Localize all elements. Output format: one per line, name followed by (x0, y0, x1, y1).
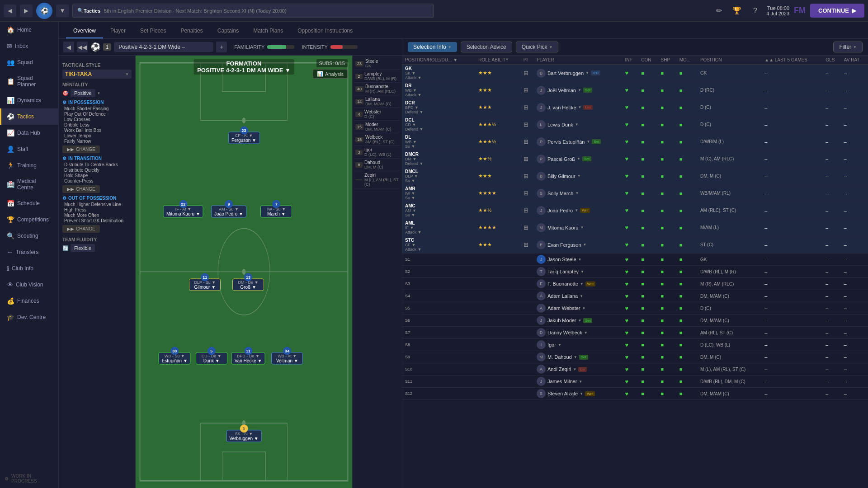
sub-lamptey[interactable]: 2 Lamptey D/WB (RL), M (R) (354, 70, 400, 83)
back-button[interactable]: ◀ (4, 5, 16, 17)
table-row[interactable]: DR WB ▼ Attack ▼ ★★★ ⊞ J Joël Veltman (402, 82, 868, 99)
sub-buonanotte[interactable]: 40 Buonanotte M (R), AM (RLC) (354, 83, 400, 95)
sidebar-item-scouting[interactable]: 🔍 Scouting (0, 228, 58, 244)
player-estupinan[interactable]: WB - Su ▼ Estupiñán ▼ 30 (159, 352, 191, 364)
table-row[interactable]: S9 M M. Dahoud ▼ Set (402, 351, 868, 363)
tab-player[interactable]: Player (103, 24, 133, 38)
add-tactic-button[interactable]: ＋ (216, 42, 227, 52)
tab-penalties[interactable]: Penalties (173, 24, 210, 38)
sub-moder[interactable]: 15 Moder DM, M/AM (C) (354, 121, 400, 133)
player-van-hecke[interactable]: BPD - De ▼ Van Hecke ▼ 11 (231, 352, 265, 364)
col-inf[interactable]: INF (623, 56, 639, 65)
player-veltman[interactable]: WB - At ▼ Veltman ▼ 34 (271, 352, 303, 364)
table-row[interactable]: S12 S Steven Alzate ▼ Wnt (402, 388, 868, 400)
sidebar-item-data-hub[interactable]: 📈 Data Hub (0, 125, 58, 141)
table-row[interactable]: AML IF ▼ Attack ▼ ★★★★ ⊞ M Mitoma Kaoru (402, 219, 868, 236)
player-kaoru[interactable]: IF - At ▼ Mitoma Kaoru ▼ 22 (163, 205, 203, 217)
table-row[interactable]: GK SK ▼ Attack ▼ ★★★ ⊞ B (402, 65, 868, 82)
table-row[interactable]: S3 F F. Buonanotte ▼ Wnt (402, 278, 868, 290)
col-pi[interactable]: PI (521, 56, 534, 65)
sub-welbeck[interactable]: 18 Welbeck AM (RL), ST (C) (354, 133, 400, 146)
sidebar-item-staff[interactable]: 👤 Staff (0, 141, 58, 157)
sidebar-item-inbox[interactable]: ✉ Inbox (0, 38, 58, 54)
change-transition-button[interactable]: ▶▶ CHANGE (62, 185, 100, 193)
tactical-style-value[interactable]: TIKI-TAKA ▼ (62, 70, 132, 79)
tab-match-plans[interactable]: Match Plans (246, 24, 290, 38)
help-icon[interactable]: ? (748, 4, 762, 18)
tab-opposition[interactable]: Opposition Instructions (290, 24, 360, 38)
tactics-back[interactable]: ◀◀ (77, 42, 88, 52)
col-last5[interactable]: ▲▲ LAST 5 GAMES (762, 56, 823, 65)
tab-overview[interactable]: Overview (66, 24, 103, 38)
col-mo[interactable]: MO... (677, 56, 698, 65)
sub-steele[interactable]: 23 Steele GK (354, 57, 400, 70)
table-row[interactable]: S2 T Tariq Lamptey ▼ (402, 266, 868, 278)
col-shp[interactable]: SHP (658, 56, 677, 65)
col-position[interactable]: POSITION/ROLE/DU... ▼ (402, 56, 476, 65)
col-avrat[interactable]: AV RAT (841, 56, 868, 65)
player-gilmour[interactable]: DLP - Su ▼ Gilmour ▼ 11 (189, 279, 221, 291)
sidebar-item-club-vision[interactable]: 👁 Club Vision (0, 277, 58, 293)
sidebar-item-schedule[interactable]: 📅 Schedule (0, 195, 58, 211)
formation-name[interactable]: POSITIVE 4-2-3-1 DM AM WIDE (197, 67, 283, 74)
sidebar-item-squad[interactable]: 👥 Squad (0, 54, 58, 70)
player-verbruggen[interactable]: SK - At ▼ Verbruggen ▼ 1 (226, 430, 261, 442)
table-row[interactable]: STC CF ▼ Attack ▼ ★★★ ⊞ E Evan Ferguson (402, 236, 868, 253)
table-row[interactable]: DCR BPD ▼ Defend ▼ ★★★ ⊞ J J. van Hecke (402, 99, 868, 116)
continue-button[interactable]: CONTINUE ▶ (810, 4, 864, 18)
player-gross[interactable]: DM - De ▼ Groß ▼ 13 (232, 279, 264, 291)
logo-dropdown[interactable]: ▼ (56, 5, 69, 17)
sidebar-item-dynamics[interactable]: 📊 Dynamics (0, 92, 58, 108)
selection-advice-button[interactable]: Selection Advice (461, 42, 512, 52)
sub-webster[interactable]: 4 Webster D (C) (354, 108, 400, 121)
fluidity-value[interactable]: Flexible (71, 244, 95, 252)
tactic-name[interactable]: Positive 4-2-3-1 DM Wide – (114, 42, 213, 52)
tab-captains[interactable]: Captains (210, 24, 246, 38)
edit-icon[interactable]: ✏ (712, 4, 726, 18)
table-row[interactable]: S6 J Jakub Moder ▼ Set (402, 314, 868, 327)
sub-zeqiri[interactable]: Zeqiri M (L), AM (RL), ST (C) (354, 171, 400, 188)
player-march[interactable]: IW - Su ▼ March ▼ 7 (260, 205, 292, 217)
filter-button[interactable]: Filter ▼ (833, 42, 863, 52)
player-ferguson[interactable]: CF - At ▼ Ferguson ▼ 23 (228, 131, 260, 144)
sidebar-item-home[interactable]: 🏠 Home (0, 22, 58, 38)
table-row[interactable]: AMC AM ▼ Su ▼ ★★½ ⊞ J João Pedro (402, 202, 868, 219)
forward-button[interactable]: ▶ (20, 5, 33, 17)
sidebar-item-medical[interactable]: 🏥 Medical Centre (0, 174, 58, 195)
quick-pick-button[interactable]: Quick Pick ▼ (516, 42, 559, 52)
table-row[interactable]: AMR IW ▼ Su ▼ ★★★★ ⊞ S Solly March (402, 185, 868, 202)
search-bar[interactable]: 🔍 Tactics 5th in English Premier Divisio… (72, 4, 434, 18)
table-row[interactable]: S7 D Danny Welbeck ▼ ♥■■■ (402, 327, 868, 339)
trophy-icon[interactable]: 🏆 (730, 4, 744, 18)
table-row[interactable]: S11 J James Milner ▼ ♥■■■ (402, 375, 868, 388)
sub-igor[interactable]: 3 Igor D (LC), WB (L) (354, 146, 400, 159)
table-row[interactable]: DCL CD ▼ Defend ▼ ★★★½ ⊞ L Lewis Dunk (402, 116, 868, 133)
sidebar-item-transfers[interactable]: ↔ Transfers (0, 244, 58, 260)
table-row[interactable]: DL WB ▼ Su ▼ ★★★½ ⊞ P Pervis Estupiñán (402, 133, 868, 150)
table-row[interactable]: DMCR DM ▼ Defend ▼ ★★½ ⊞ P Pascal Groß (402, 150, 868, 168)
tactics-icon-btn[interactable]: ⚽ (90, 42, 100, 52)
table-row[interactable]: S10 A Andi Zeqiri ▼ Lst (402, 363, 868, 375)
player-joao-pedro[interactable]: AM - Su ▼ João Pedro ▼ 9 (211, 205, 246, 217)
tactics-prev[interactable]: ◀ (63, 42, 74, 52)
table-row[interactable]: S1 J Jason Steele ▼ (402, 253, 868, 266)
sub-lallana[interactable]: 14 Lallana DM, M/AM (C) (354, 95, 400, 108)
table-row[interactable]: DMCL DLP ▼ Su ▼ ★★★ ⊞ B Billy Gilmour (402, 168, 868, 185)
selection-info-button[interactable]: Selection Info ▼ (408, 42, 457, 52)
col-role-ability[interactable]: ROLE ABILITY (476, 56, 521, 65)
sidebar-item-competitions[interactable]: 🏆 Competitions (0, 211, 58, 228)
sidebar-item-tactics[interactable]: ⚽ Tactics (0, 108, 58, 125)
player-dunk[interactable]: CD - De ▼ Dunk ▼ 5 (196, 352, 227, 364)
change-possession-button[interactable]: ▶▶ CHANGE (62, 145, 100, 153)
sidebar-item-squad-planner[interactable]: 📋 Squad Planner (0, 70, 58, 92)
mentality-value[interactable]: Positive (71, 89, 95, 97)
col-position2[interactable]: POSITION (698, 56, 762, 65)
col-con[interactable]: CON (638, 56, 658, 65)
change-oop-button[interactable]: ▶▶ CHANGE (62, 225, 100, 233)
sidebar-item-club-info[interactable]: ℹ Club Info (0, 260, 58, 277)
table-row[interactable]: S5 A Adam Webster ▼ ♥■■■ (402, 302, 868, 314)
sidebar-item-finances[interactable]: 💰 Finances (0, 293, 58, 309)
col-gls[interactable]: GLS (823, 56, 841, 65)
sub-dahoud[interactable]: 8 Dahoud DM, M (C) (354, 159, 400, 171)
sidebar-item-training[interactable]: 🏃 Training (0, 157, 58, 174)
